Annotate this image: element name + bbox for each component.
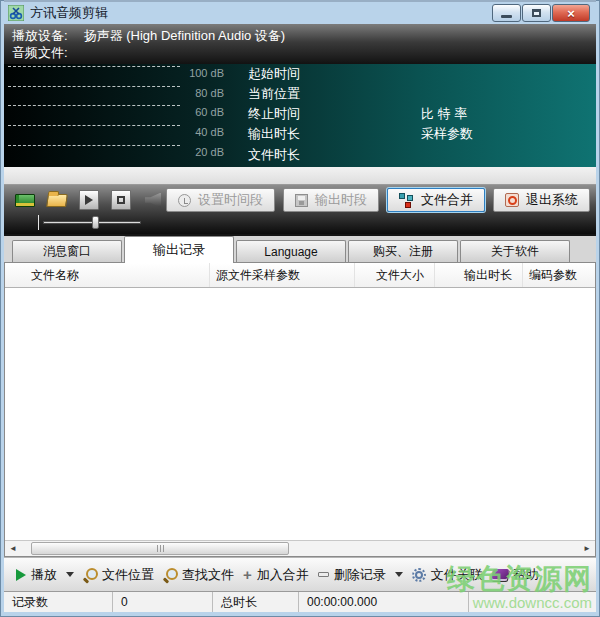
start-time-label: 起始时间 (248, 67, 300, 80)
play-label: 播放 (31, 566, 57, 584)
titlebar[interactable]: 方讯音频剪辑 × (4, 0, 596, 24)
merge-files-button[interactable]: 文件合并 (387, 188, 485, 212)
mute-button[interactable] (140, 188, 166, 212)
waveform-display[interactable]: 100 dB 80 dB 60 dB 40 dB 20 dB 起始时间 当前位置… (4, 64, 596, 167)
output-segment-label: 输出时段 (315, 191, 367, 209)
tab-about[interactable]: 关于软件 (460, 240, 570, 262)
db-scale-label: 80 dB (154, 87, 224, 100)
tab-bar: 消息窗口 输出记录 Language 购买、注册 关于软件 (4, 234, 596, 262)
records-count-value: 0 (112, 592, 212, 612)
tab-purchase-register[interactable]: 购买、注册 (348, 240, 458, 262)
bitrate-label: 比 特 率 (421, 107, 467, 120)
scroll-left-arrow[interactable]: ◄ (5, 541, 21, 556)
play-dropdown-arrow-icon[interactable] (66, 572, 74, 577)
app-window: 方讯音频剪辑 × 播放设备:扬声器 (High Definition Audio… (0, 0, 600, 617)
file-location-label: 文件位置 (102, 566, 154, 584)
output-length-label: 输出时长 (248, 127, 300, 140)
plus-icon: + (243, 567, 252, 582)
minimize-icon (501, 15, 512, 18)
delete-record-button[interactable]: 删除记录 (318, 566, 386, 584)
clock-icon (178, 194, 191, 207)
play-icon (16, 569, 26, 581)
exit-icon (505, 193, 519, 207)
column-header-duration[interactable]: 输出时长 (435, 263, 523, 287)
db-scale-label: 100 dB (154, 67, 224, 80)
current-pos-label: 当前位置 (248, 87, 300, 100)
soundcard-icon (15, 194, 35, 207)
main-toolbar: 设置时间段 输出时段 文件合并 退出系统 (4, 185, 596, 234)
help-label: 帮助 (513, 566, 539, 584)
app-icon (8, 5, 24, 21)
list-body[interactable] (5, 288, 595, 540)
status-spacer (468, 592, 596, 612)
soundcard-button[interactable] (12, 188, 38, 212)
minimize-button[interactable] (492, 4, 521, 22)
stop-button[interactable] (108, 188, 134, 212)
magnifier-icon (163, 568, 177, 582)
status-bar: 记录数 0 总时长 00:00:00.000 (4, 591, 596, 612)
column-header-filesize[interactable]: 文件大小 (355, 263, 435, 287)
gear-icon (412, 568, 426, 582)
tab-language[interactable]: Language (236, 240, 346, 262)
bottom-toolbar: 播放 文件位置 查找文件 + 加入合并 删除记录 文件关联 帮助 (4, 557, 596, 591)
db-scale-label: 40 dB (154, 126, 224, 139)
merge-icon (399, 193, 414, 208)
volume-slider[interactable] (38, 215, 144, 230)
scroll-right-arrow[interactable]: ► (579, 541, 595, 556)
find-file-button[interactable]: 查找文件 (163, 566, 234, 584)
exit-label: 退出系统 (526, 191, 578, 209)
maximize-button[interactable] (522, 4, 551, 22)
db-scale-label: 20 dB (154, 146, 224, 159)
stop-icon (111, 190, 131, 210)
toolbar-buttons: 设置时间段 输出时段 文件合并 退出系统 (166, 188, 590, 212)
file-association-label: 文件关联 (431, 566, 483, 584)
playback-device-label: 播放设备: (12, 28, 68, 43)
open-file-button[interactable] (44, 188, 70, 212)
column-header-filename[interactable]: 文件名称 (5, 263, 210, 287)
exit-button[interactable]: 退出系统 (493, 188, 590, 212)
column-header-source-params[interactable]: 源文件采样参数 (210, 263, 355, 287)
help-button[interactable]: 帮助 (492, 566, 539, 584)
add-to-merge-label: 加入合并 (257, 566, 309, 584)
set-time-range-label: 设置时间段 (198, 191, 263, 209)
sample-params-label: 采样参数 (421, 127, 473, 140)
window-title: 方讯音频剪辑 (30, 4, 492, 22)
file-length-label: 文件时长 (248, 148, 300, 161)
output-segment-button[interactable]: 输出时段 (283, 188, 379, 212)
file-association-button[interactable]: 文件关联 (412, 566, 483, 584)
open-folder-icon (46, 194, 68, 207)
set-time-range-button[interactable]: 设置时间段 (166, 188, 275, 212)
play-record-button[interactable]: 播放 (16, 566, 57, 584)
output-record-list: 文件名称 源文件采样参数 文件大小 输出时长 编码参数 ◄ ► (4, 262, 596, 557)
save-icon (295, 194, 308, 207)
delete-dropdown-arrow-icon[interactable] (395, 572, 403, 577)
end-time-label: 终止时间 (248, 107, 300, 120)
list-header: 文件名称 源文件采样参数 文件大小 输出时长 编码参数 (5, 263, 595, 288)
slider-thumb[interactable] (92, 216, 99, 229)
play-button[interactable] (76, 188, 102, 212)
horizontal-scrollbar[interactable]: ◄ ► (5, 540, 595, 556)
scrollbar-grip-icon (160, 545, 161, 552)
playback-device-value: 扬声器 (High Definition Audio 设备) (84, 28, 286, 43)
book-icon (491, 569, 509, 581)
info-bar: 播放设备:扬声器 (High Definition Audio 设备) 音频文件… (4, 24, 596, 64)
scrollbar-thumb[interactable] (31, 542, 289, 555)
file-location-button[interactable]: 文件位置 (83, 566, 154, 584)
total-duration-label: 总时长 (212, 592, 298, 612)
close-button[interactable]: × (552, 4, 590, 22)
window-controls: × (492, 4, 590, 22)
tab-output-records[interactable]: 输出记录 (124, 236, 234, 263)
maximize-icon (532, 9, 541, 17)
audio-file-label: 音频文件: (12, 45, 68, 60)
find-file-label: 查找文件 (182, 566, 234, 584)
close-icon: × (567, 7, 575, 20)
slider-tick (38, 215, 39, 230)
records-count-label: 记录数 (4, 592, 112, 612)
merge-files-label: 文件合并 (421, 191, 473, 209)
play-icon (79, 190, 99, 210)
column-header-encoding[interactable]: 编码参数 (523, 263, 595, 287)
delete-record-label: 删除记录 (334, 566, 386, 584)
add-to-merge-button[interactable]: + 加入合并 (243, 566, 309, 584)
tab-message-window[interactable]: 消息窗口 (12, 240, 122, 262)
minus-icon (318, 572, 329, 577)
